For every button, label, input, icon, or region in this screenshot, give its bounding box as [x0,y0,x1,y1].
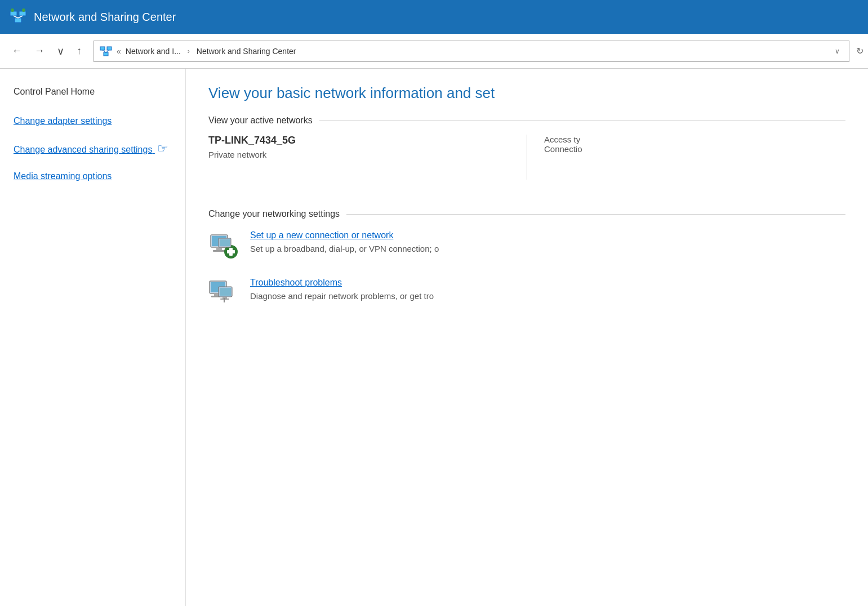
back-button[interactable]: ← [7,42,27,60]
sidebar-item-media-streaming[interactable]: Media streaming options [14,170,172,182]
forward-button[interactable]: → [29,42,50,60]
network-icon [9,8,27,26]
troubleshoot-option: Troubleshoot problems Diagnose and repai… [208,278,845,309]
set-up-connection-desc: Set up a broadband, dial-up, or VPN conn… [250,244,439,253]
svg-rect-1 [19,11,26,16]
svg-rect-15 [213,250,225,252]
svg-rect-7 [100,47,105,50]
cursor-hand-icon: ☞ [157,140,168,158]
up-button[interactable]: ↑ [72,42,87,60]
sidebar-item-change-advanced-sharing[interactable]: Change advanced sharing settings ☞ [14,140,172,158]
breadcrumb-current: Network and Sharing Center [197,47,296,56]
set-up-connection-text: Set up a new connection or network Set u… [250,230,439,253]
svg-rect-20 [220,239,230,246]
nav-buttons: ← → ∨ ↑ [0,34,94,68]
address-bar-icon [100,45,112,57]
address-separator: « [117,47,121,56]
svg-line-11 [106,50,109,52]
svg-rect-0 [10,11,17,16]
title-bar: Network and Sharing Center [0,0,868,34]
breadcrumb-parent: Network and I... [126,47,181,56]
active-networks-label: View your active networks [208,115,845,126]
svg-point-6 [22,8,25,12]
refresh-button[interactable]: ↻ [856,46,863,56]
access-type-label: Access ty [544,135,845,144]
network-info: TP-LINK_7434_5G Private network [208,135,510,159]
svg-rect-14 [216,247,222,250]
troubleshoot-link[interactable]: Troubleshoot problems [250,278,434,288]
troubleshoot-icon [208,278,240,309]
network-name: TP-LINK_7434_5G [208,135,510,146]
svg-rect-9 [104,52,108,56]
troubleshoot-text: Troubleshoot problems Diagnose and repai… [250,278,434,301]
svg-line-10 [103,50,106,52]
address-dropdown-button[interactable]: ∨ [831,46,843,56]
address-bar[interactable]: « Network and I... › Network and Sharing… [94,41,849,62]
svg-point-5 [11,8,14,12]
address-bar-area: ← → ∨ ↑ « Network and I... › Network and… [0,34,868,69]
change-networking-section: Change your networking settings [208,209,845,309]
network-row: TP-LINK_7434_5G Private network Access t… [208,135,845,193]
main-layout: Control Panel Home Change adapter settin… [0,69,868,606]
left-panel: Control Panel Home Change adapter settin… [0,69,186,606]
svg-line-3 [14,16,18,18]
troubleshoot-desc: Diagnose and repair network problems, or… [250,291,434,301]
sidebar-item-change-adapter[interactable]: Change adapter settings [14,115,172,127]
network-type: Private network [208,150,510,159]
change-networking-label: Change your networking settings [208,209,845,219]
sidebar-item-control-panel-home[interactable]: Control Panel Home [14,86,172,98]
svg-line-4 [18,16,23,18]
svg-rect-8 [107,47,112,50]
svg-rect-2 [15,18,21,23]
address-arrow: › [188,47,190,55]
set-up-connection-option: Set up a new connection or network Set u… [208,230,845,262]
svg-rect-26 [220,288,231,296]
right-panel: View your basic network information and … [186,69,868,606]
set-up-connection-link[interactable]: Set up a new connection or network [250,230,439,240]
access-info: Access ty Connectio [544,135,845,154]
svg-rect-18 [227,250,235,253]
page-title: View your basic network information and … [208,84,845,102]
connection-label: Connectio [544,144,845,154]
set-up-connection-icon [208,230,240,262]
vertical-divider [527,135,527,180]
history-dropdown-button[interactable]: ∨ [52,42,69,60]
window-title: Network and Sharing Center [34,11,176,24]
